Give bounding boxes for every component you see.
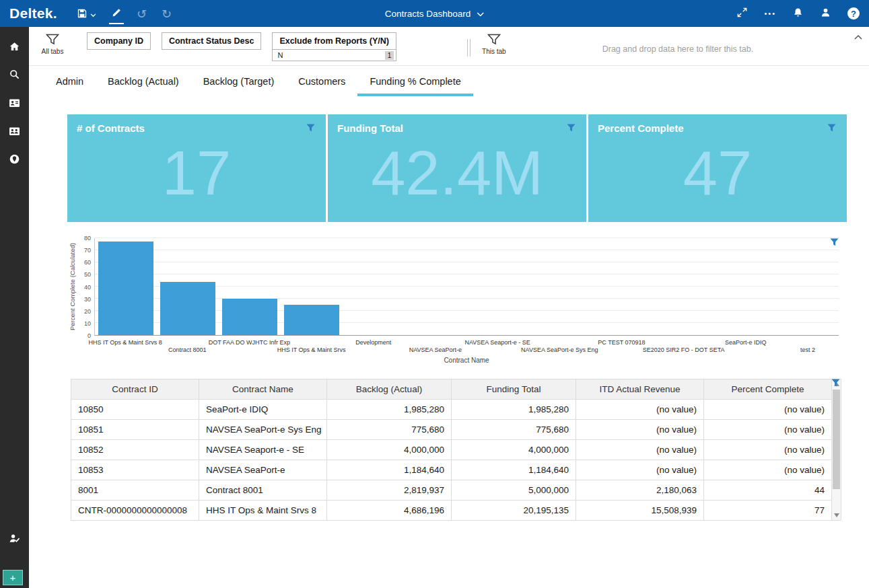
- filter-icon-button[interactable]: [565, 122, 577, 135]
- table-cell: 2,819,937: [327, 480, 452, 501]
- column-header[interactable]: Contract ID: [71, 379, 199, 400]
- chart-y-axis-title: Percent Complete (Calculated): [67, 238, 77, 336]
- help-button[interactable]: ?: [847, 7, 860, 20]
- bar-slot: [219, 238, 281, 335]
- table-row[interactable]: 10851NAVSEA SeaPort-e Sys Eng775,680775,…: [71, 420, 832, 440]
- bar[interactable]: [284, 305, 339, 335]
- location-pin-icon: [9, 153, 20, 167]
- filter-chip-company-id[interactable]: Company ID: [87, 32, 151, 50]
- funnel-icon: [487, 34, 501, 46]
- edit-button[interactable]: [109, 3, 124, 24]
- table-row[interactable]: CNTR-0000000000000008HHS IT Ops & Maint …: [71, 501, 832, 521]
- scroll-down-icon[interactable]: [834, 513, 839, 517]
- funnel-icon: [567, 124, 576, 132]
- x-label-slot: SeaPort-e IDIQ: [715, 336, 777, 356]
- chip-header[interactable]: Exclude from Reports (Y/N): [272, 32, 396, 50]
- column-header[interactable]: Funding Total: [452, 379, 576, 400]
- table-cell: (no value): [704, 420, 832, 440]
- scrollbar-thumb[interactable]: [833, 390, 840, 489]
- table-cell: 775,680: [327, 420, 452, 440]
- redo-icon: ↻: [162, 8, 172, 20]
- chip-label: Contract Status Desc: [169, 36, 254, 46]
- save-button[interactable]: [75, 4, 98, 24]
- all-tabs-filter-button[interactable]: All tabs: [37, 34, 68, 55]
- table-cell: 1,985,280: [327, 400, 452, 420]
- sidebar-item-explore[interactable]: [0, 152, 29, 168]
- x-tick-label: NAVSEA SeaPort-e: [409, 346, 462, 353]
- table-scrollbar[interactable]: [832, 379, 841, 521]
- sidebar-item-search[interactable]: [0, 67, 29, 83]
- collapse-filter-panel-button[interactable]: [854, 32, 862, 42]
- x-tick-label: Development: [355, 339, 391, 346]
- x-tick-label: HHS IT Ops & Maint Srvs 8: [88, 339, 162, 346]
- tab-backlog-actual[interactable]: Backlog (Actual): [96, 66, 191, 96]
- table-row[interactable]: 10850SeaPort-e IDIQ1,985,2801,985,280(no…: [71, 400, 832, 420]
- redo-button[interactable]: ↻: [160, 4, 174, 23]
- table-cell: 77: [704, 501, 832, 521]
- chevron-down-icon: [90, 9, 96, 20]
- column-header[interactable]: Backlog (Actual): [327, 379, 452, 400]
- filter-drop-zone[interactable]: Drag and drop data here to filter this t…: [510, 44, 846, 54]
- filter-chip-contract-status-desc[interactable]: Contract Status Desc: [162, 32, 261, 50]
- table-row[interactable]: 10852NAVSEA Seaport-e - SE4,000,0004,000…: [71, 440, 832, 460]
- kpi-card-percent-complete: Percent Complete 47: [588, 114, 847, 222]
- table-cell: 4,000,000: [327, 440, 452, 460]
- table-cell: 8001: [71, 480, 199, 501]
- plus-icon: +: [10, 572, 16, 583]
- table-cell: 10853: [71, 460, 199, 480]
- table-row[interactable]: 8001Contract 80012,819,9375,000,0002,180…: [71, 480, 832, 501]
- x-label-slot: HHS IT Ops & Maint Srvs: [281, 336, 343, 356]
- contracts-table-card: Contract IDContract NameBacklog (Actual)…: [71, 379, 841, 521]
- column-header[interactable]: ITD Actual Revenue: [576, 379, 704, 400]
- bar[interactable]: [160, 282, 215, 335]
- tab-label: Funding % Complete: [370, 76, 460, 87]
- chip-value-row[interactable]: N 1: [272, 50, 396, 61]
- sidebar-item-home[interactable]: [0, 39, 29, 55]
- column-header[interactable]: Contract Name: [199, 379, 327, 400]
- table-cell: 1,184,640: [327, 460, 452, 480]
- tab-customers[interactable]: Customers: [286, 66, 357, 96]
- bar-slot: [777, 238, 839, 335]
- table-row[interactable]: 10853NAVSEA SeaPort-e1,184,6401,184,640(…: [71, 460, 832, 480]
- panel-splitter-handle[interactable]: [467, 39, 471, 57]
- x-label-slot: NAVSEA SeaPort-e Sys Eng: [528, 336, 590, 356]
- table-cell: 15,508,939: [576, 501, 704, 521]
- bar[interactable]: [222, 299, 277, 335]
- filter-icon-button[interactable]: [826, 122, 837, 135]
- tab-funding-percent-complete[interactable]: Funding % Complete: [357, 66, 473, 96]
- filter-chips: Company ID Contract Status Desc Exclude …: [87, 32, 396, 61]
- x-tick-label: HHS IT Ops & Maint Srvs: [277, 346, 346, 353]
- filter-icon-button[interactable]: [305, 122, 316, 135]
- expand-button[interactable]: [736, 7, 748, 20]
- table-cell: NAVSEA Seaport-e - SE: [199, 440, 327, 460]
- x-tick-label: test 2: [800, 346, 815, 353]
- more-button[interactable]: •••: [764, 9, 776, 17]
- this-tab-filter-button[interactable]: This tab: [479, 34, 510, 55]
- search-icon: [9, 69, 20, 82]
- bar-slot: [466, 238, 528, 335]
- filter-chip-exclude-from-reports: Exclude from Reports (Y/N) N 1: [272, 32, 396, 61]
- table-cell: 1,985,280: [452, 400, 576, 420]
- column-header[interactable]: Percent Complete: [704, 379, 832, 400]
- tab-admin[interactable]: Admin: [44, 66, 96, 96]
- bar[interactable]: [98, 242, 153, 335]
- dashboard-title: Contracts Dashboard: [385, 9, 471, 19]
- x-tick-label: Contract 8001: [168, 346, 207, 353]
- table-cell: Contract 8001: [199, 480, 327, 501]
- funnel-icon: [306, 124, 315, 132]
- undo-icon: ↺: [137, 8, 147, 20]
- sidebar-item-contacts[interactable]: [0, 124, 29, 140]
- undo-button[interactable]: ↺: [135, 4, 149, 23]
- filter-count-badge: 1: [385, 51, 394, 60]
- sidebar-item-contact[interactable]: [0, 96, 29, 112]
- table-cell: (no value): [704, 400, 832, 420]
- funnel-icon: [831, 379, 840, 387]
- account-button[interactable]: [820, 7, 831, 20]
- dashboard-title-menu[interactable]: Contracts Dashboard: [385, 9, 485, 19]
- tab-backlog-target[interactable]: Backlog (Target): [191, 66, 287, 96]
- notifications-button[interactable]: [792, 7, 804, 20]
- sidebar-item-profile-check[interactable]: [0, 531, 29, 547]
- add-button[interactable]: +: [3, 570, 23, 585]
- table-filter-button[interactable]: [831, 379, 840, 389]
- x-tick-label: DOT FAA DO WJHTC Infr Exp: [209, 339, 290, 346]
